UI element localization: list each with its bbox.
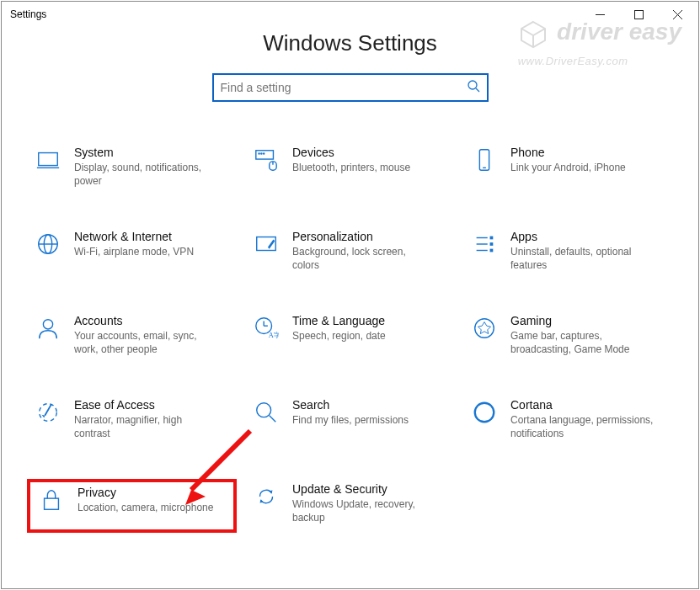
tile-gaming[interactable]: GamingGame bar, captures, broadcasting, …	[463, 311, 673, 364]
svg-point-8	[468, 81, 477, 89]
tile-desc: Display, sound, notifications, power	[74, 161, 217, 188]
phone-icon	[468, 146, 500, 173]
gaming-icon	[468, 314, 500, 341]
svg-rect-29	[490, 249, 494, 252]
tile-title: Personalization	[292, 230, 435, 243]
cortana-icon	[468, 398, 500, 425]
tile-desc: Bluetooth, printers, mouse	[292, 161, 410, 174]
svg-rect-41	[45, 498, 59, 509]
search-tile-icon	[250, 398, 282, 425]
svg-rect-1	[634, 10, 643, 19]
accounts-icon	[32, 314, 64, 341]
tile-desc: Cortana language, permissions, notificat…	[510, 413, 654, 440]
system-icon	[32, 146, 64, 173]
ease-of-access-icon	[32, 398, 64, 425]
page-title: Windows Settings	[2, 30, 698, 56]
tile-network[interactable]: Network & InternetWi-Fi, airplane mode, …	[27, 226, 237, 280]
tile-desc: Background, lock screen, colors	[292, 245, 435, 272]
tile-desc: Link your Android, iPhone	[510, 161, 626, 174]
search-icon	[467, 79, 480, 96]
svg-point-38	[257, 403, 271, 417]
search-input[interactable]	[221, 81, 467, 94]
search-box[interactable]	[212, 73, 489, 102]
tile-desc: Narrator, magnifier, high contrast	[74, 413, 217, 440]
minimize-button[interactable]	[580, 2, 619, 27]
tile-search[interactable]: SearchFind my files, permissions	[245, 395, 455, 449]
devices-icon	[250, 146, 282, 173]
svg-point-30	[43, 320, 52, 329]
tile-apps[interactable]: AppsUninstall, defaults, optional featur…	[463, 226, 673, 280]
window-title: Settings	[10, 8, 580, 20]
tile-title: Gaming	[510, 314, 654, 327]
tile-desc: Speech, region, date	[292, 329, 386, 343]
tile-title: Cortana	[510, 398, 654, 412]
tile-desc: Your accounts, email, sync, work, other …	[74, 329, 217, 356]
settings-grid: SystemDisplay, sound, notifications, pow…	[27, 142, 673, 533]
personalization-icon	[250, 230, 282, 257]
svg-text:A字: A字	[269, 331, 279, 339]
svg-rect-18	[479, 150, 489, 170]
tile-devices[interactable]: DevicesBluetooth, printers, mouse	[245, 142, 455, 196]
tile-title: System	[74, 146, 217, 159]
apps-icon	[468, 230, 500, 257]
tile-update-security[interactable]: Update & SecurityWindows Update, recover…	[245, 479, 455, 533]
tile-accounts[interactable]: AccountsYour accounts, email, sync, work…	[27, 311, 237, 364]
tile-title: Phone	[510, 146, 626, 159]
tile-cortana[interactable]: CortanaCortana language, permissions, no…	[463, 395, 673, 449]
tile-desc: Windows Update, recovery, backup	[292, 497, 435, 524]
svg-point-36	[40, 404, 57, 422]
svg-line-39	[270, 416, 276, 423]
tile-desc: Uninstall, defaults, optional features	[510, 245, 654, 272]
tile-title: Update & Security	[292, 482, 435, 496]
tile-title: Time & Language	[292, 314, 386, 327]
tile-time-language[interactable]: A字 Time & LanguageSpeech, region, date	[245, 311, 455, 364]
watermark-url: www.DriverEasy.com	[518, 55, 628, 67]
time-language-icon: A字	[250, 314, 282, 341]
svg-rect-28	[490, 242, 494, 246]
maximize-button[interactable]	[619, 2, 658, 27]
svg-line-9	[476, 88, 479, 92]
tile-personalization[interactable]: PersonalizationBackground, lock screen, …	[245, 226, 455, 280]
tile-desc: Find my files, permissions	[292, 413, 409, 427]
tile-title: Ease of Access	[74, 398, 217, 412]
title-bar: Settings	[2, 2, 698, 27]
svg-point-15	[264, 153, 265, 154]
tile-title: Apps	[510, 230, 654, 243]
tile-phone[interactable]: PhoneLink your Android, iPhone	[463, 142, 673, 196]
tile-ease-of-access[interactable]: Ease of AccessNarrator, magnifier, high …	[27, 395, 237, 449]
tile-title: Privacy	[77, 486, 213, 499]
tile-desc: Location, camera, microphone	[77, 501, 213, 514]
update-icon	[250, 482, 282, 509]
tile-privacy[interactable]: PrivacyLocation, camera, microphone	[27, 479, 237, 533]
tile-desc: Game bar, captures, broadcasting, Game M…	[510, 329, 654, 356]
svg-rect-12	[256, 151, 274, 159]
svg-point-13	[259, 153, 259, 154]
network-icon	[32, 230, 64, 257]
svg-rect-10	[39, 153, 58, 166]
tile-system[interactable]: SystemDisplay, sound, notifications, pow…	[27, 142, 237, 196]
tile-title: Devices	[292, 146, 410, 159]
privacy-icon	[35, 486, 67, 513]
svg-rect-27	[490, 237, 494, 240]
tile-title: Accounts	[74, 314, 217, 327]
close-button[interactable]	[658, 2, 697, 27]
svg-point-40	[475, 403, 494, 423]
tile-desc: Wi-Fi, airplane mode, VPN	[74, 245, 194, 258]
svg-point-14	[261, 153, 262, 154]
tile-title: Network & Internet	[74, 230, 194, 243]
tile-title: Search	[292, 398, 409, 412]
